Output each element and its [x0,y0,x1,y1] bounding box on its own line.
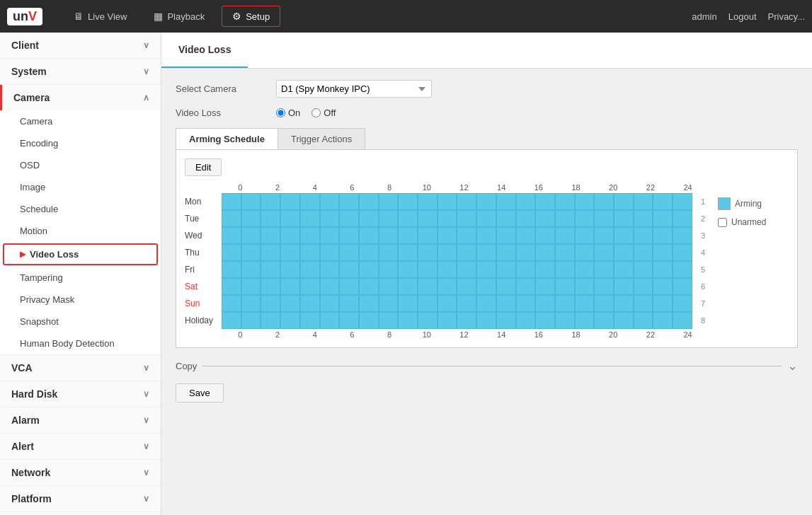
grid-cells-tue[interactable] [222,210,692,227]
grid-cell[interactable] [320,244,340,261]
grid-cell[interactable] [359,312,379,329]
grid-cell[interactable] [222,210,241,227]
grid-cell[interactable] [359,278,379,295]
grid-cell[interactable] [398,193,418,210]
save-button[interactable]: Save [176,383,224,403]
camera-select[interactable]: D1 (Spy Monkey IPC) [276,80,432,98]
grid-cell[interactable] [673,261,692,278]
grid-cell[interactable] [398,261,418,278]
sidebar-item-human-body[interactable]: Human Body Detection [0,332,161,354]
grid-cell[interactable] [516,295,536,312]
grid-cell[interactable] [575,244,595,261]
grid-cell[interactable] [673,227,692,244]
grid-cell[interactable] [476,278,496,295]
grid-cell[interactable] [261,295,280,312]
grid-cell[interactable] [418,261,438,278]
sidebar-item-tampering[interactable]: Tampering [0,267,161,289]
grid-cell[interactable] [280,227,300,244]
grid-cell[interactable] [634,227,653,244]
grid-cell[interactable] [653,227,673,244]
grid-cell[interactable] [398,227,418,244]
grid-cells-wed[interactable] [222,227,692,244]
grid-cell[interactable] [476,295,496,312]
grid-cell[interactable] [261,227,280,244]
grid-cell[interactable] [555,193,575,210]
grid-cell[interactable] [457,227,476,244]
grid-cell[interactable] [359,193,379,210]
grid-cell[interactable] [300,193,320,210]
grid-cell[interactable] [379,261,399,278]
grid-cell[interactable] [653,261,673,278]
grid-cell[interactable] [575,312,595,329]
sidebar-item-alarm[interactable]: Alarm ∨ [0,407,161,433]
grid-cell[interactable] [653,295,673,312]
copy-chevron-icon[interactable]: ⌄ [787,358,798,374]
grid-cells-thu[interactable] [222,244,692,261]
grid-cell[interactable] [398,278,418,295]
sidebar-item-camera[interactable]: Camera [0,110,161,132]
grid-cell[interactable] [280,278,300,295]
grid-cell[interactable] [222,227,241,244]
grid-cell[interactable] [438,261,457,278]
grid-cell[interactable] [614,210,634,227]
grid-cell[interactable] [280,210,300,227]
grid-cell[interactable] [516,227,536,244]
grid-cell[interactable] [594,244,614,261]
grid-cell[interactable] [673,295,692,312]
grid-cell[interactable] [555,278,575,295]
edit-button[interactable]: Edit [185,158,222,176]
grid-cell[interactable] [300,244,320,261]
grid-cell[interactable] [300,312,320,329]
grid-cell[interactable] [418,295,438,312]
grid-cells-fri[interactable] [222,261,692,278]
grid-cell[interactable] [241,193,261,210]
grid-cell[interactable] [320,312,340,329]
grid-cell[interactable] [320,227,340,244]
grid-cell[interactable] [555,210,575,227]
sidebar-item-user[interactable]: User ∨ [0,512,161,515]
sidebar-item-motion[interactable]: Motion [0,220,161,242]
grid-cell[interactable] [496,312,516,329]
grid-cell[interactable] [594,295,614,312]
grid-cell[interactable] [614,261,634,278]
grid-cell[interactable] [496,227,516,244]
grid-cell[interactable] [438,193,457,210]
grid-cell[interactable] [438,244,457,261]
grid-cell[interactable] [516,278,536,295]
grid-cell[interactable] [594,227,614,244]
grid-cell[interactable] [496,244,516,261]
grid-cell[interactable] [438,278,457,295]
grid-cell[interactable] [241,227,261,244]
grid-cell[interactable] [476,312,496,329]
grid-cell[interactable] [339,210,359,227]
grid-cell[interactable] [359,210,379,227]
grid-cell[interactable] [457,312,476,329]
tab-trigger-actions[interactable]: Trigger Actions [278,129,365,149]
grid-cell[interactable] [359,244,379,261]
grid-cell[interactable] [300,278,320,295]
grid-cell[interactable] [457,193,476,210]
grid-cell[interactable] [339,312,359,329]
grid-cell[interactable] [261,312,280,329]
grid-cell[interactable] [496,210,516,227]
grid-cell[interactable] [359,261,379,278]
grid-cell[interactable] [457,244,476,261]
grid-cell[interactable] [555,227,575,244]
grid-cell[interactable] [438,312,457,329]
grid-cell[interactable] [320,295,340,312]
grid-cell[interactable] [653,193,673,210]
sidebar-item-network[interactable]: Network ∨ [0,460,161,485]
grid-cell[interactable] [339,278,359,295]
grid-cell[interactable] [261,261,280,278]
grid-cell[interactable] [535,210,555,227]
grid-cell[interactable] [457,295,476,312]
grid-cell[interactable] [594,261,614,278]
grid-cell[interactable] [653,278,673,295]
grid-cell[interactable] [457,261,476,278]
grid-cell[interactable] [261,193,280,210]
grid-cell[interactable] [359,295,379,312]
grid-cell[interactable] [398,295,418,312]
grid-cell[interactable] [300,227,320,244]
tab-arming-schedule[interactable]: Arming Schedule [176,129,278,149]
grid-cell[interactable] [222,312,241,329]
